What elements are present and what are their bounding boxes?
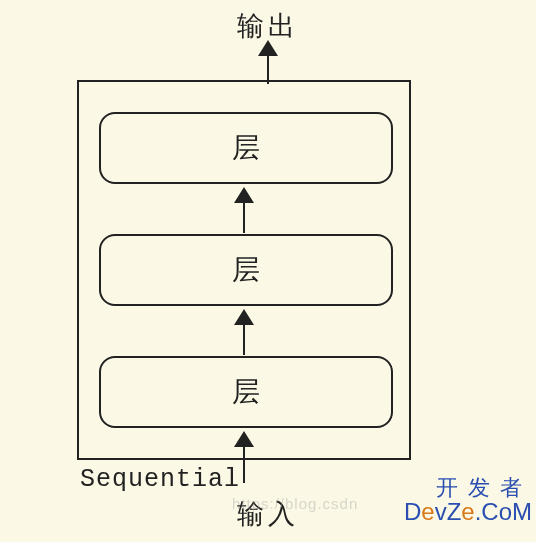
wm-char: vZ (435, 498, 462, 525)
watermark-line1: 开发者 (404, 476, 532, 499)
watermark-line2: DevZe.CoM (404, 499, 532, 524)
wm-char: .CoM (475, 498, 532, 525)
arrow-up-icon (234, 187, 254, 233)
arrow-head-icon (234, 309, 254, 325)
arrow-up-icon (234, 309, 254, 355)
arrow-shaft (243, 325, 245, 355)
arrow-head-icon (234, 431, 254, 447)
layer-box: 层 (99, 234, 393, 306)
wm-char: e (421, 498, 434, 525)
container-label: Sequential (80, 465, 240, 494)
layer-box: 层 (99, 112, 393, 184)
sequential-container: 层 层 层 (77, 80, 411, 460)
arrow-shaft (243, 447, 245, 483)
site-watermark: 开发者 DevZe.CoM (404, 476, 532, 524)
layer-label: 层 (232, 251, 260, 289)
arrow-head-icon (258, 40, 278, 56)
arrow-shaft (243, 203, 245, 233)
layer-label: 层 (232, 129, 260, 167)
layer-label: 层 (232, 373, 260, 411)
wm-char: e (461, 498, 474, 525)
layer-box: 层 (99, 356, 393, 428)
arrow-head-icon (234, 187, 254, 203)
wm-char: D (404, 498, 421, 525)
output-label: 输出 (0, 8, 536, 44)
arrow-output (258, 40, 278, 84)
csdn-watermark: https://blog.csdn (232, 495, 358, 512)
